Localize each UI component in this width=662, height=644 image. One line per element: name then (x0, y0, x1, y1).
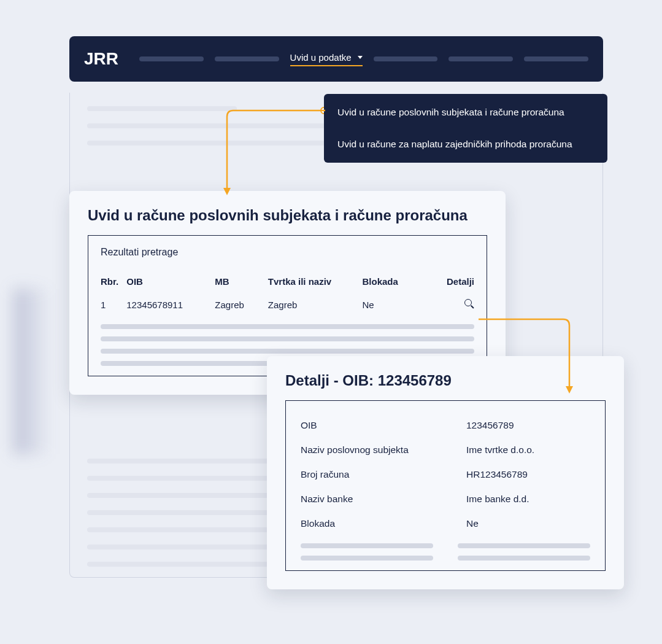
nav-item-placeholder[interactable] (448, 56, 513, 61)
nav-item-placeholder[interactable] (524, 56, 588, 61)
placeholder-line (458, 556, 590, 561)
dropdown-menu: Uvid u račune poslovnih subjekata i raču… (324, 94, 607, 163)
results-table: Rbr. OIB MB Tvrtka ili naziv Blokada Det… (101, 270, 474, 317)
details-value: Ne (466, 518, 590, 529)
dropdown-item[interactable]: Uvid u račune poslovnih subjekata i raču… (324, 96, 607, 128)
placeholder-row (301, 543, 590, 548)
details-row: OIB 123456789 (301, 413, 590, 438)
placeholder-line (458, 543, 590, 548)
results-subtitle: Rezultati pretrage (101, 247, 474, 258)
decorative-shadow (13, 289, 50, 454)
cell-oib: 12345678911 (126, 300, 215, 310)
placeholder-line (101, 324, 474, 329)
details-value: 123456789 (466, 420, 590, 431)
placeholder-line (101, 336, 474, 341)
details-label: Blokada (301, 518, 466, 529)
flow-arrow-2 (479, 319, 577, 402)
col-header-oib: OIB (126, 276, 215, 287)
details-row: Naziv poslovnog subjekta Ime tvrtke d.o.… (301, 438, 590, 462)
details-label: Naziv poslovnog subjekta (301, 444, 466, 456)
cell-blokada: Ne (362, 300, 439, 310)
placeholder-line (101, 349, 474, 354)
details-label: OIB (301, 420, 466, 431)
details-box: OIB 123456789 Naziv poslovnog subjekta I… (285, 400, 606, 571)
nav-item-placeholder[interactable] (374, 56, 438, 61)
nav-item-placeholder[interactable] (215, 56, 279, 61)
cell-detalji[interactable] (439, 299, 474, 311)
dropdown-item[interactable]: Uvid u račune za naplatu zajedničkih pri… (324, 128, 607, 160)
details-row: Naziv banke Ime banke d.d. (301, 487, 590, 511)
nav-item-placeholder[interactable] (139, 56, 204, 61)
placeholder-line (87, 106, 237, 111)
details-label: Naziv banke (301, 494, 466, 505)
details-row: Broj računa HR123456789 (301, 462, 590, 487)
placeholder-line (301, 543, 433, 548)
details-value: Ime tvrtke d.o.o. (466, 444, 590, 456)
placeholder-line (101, 361, 288, 366)
navbar: JRR Uvid u podatke (69, 36, 603, 82)
search-icon (464, 299, 474, 309)
results-box: Rezultati pretrage Rbr. OIB MB Tvrtka il… (88, 235, 487, 376)
details-label: Broj računa (301, 469, 466, 480)
placeholder-line (301, 556, 433, 561)
nav-item-active[interactable]: Uvid u podatke (290, 52, 363, 66)
cell-tvrtka: Zagreb (268, 300, 363, 310)
chevron-down-icon (358, 56, 363, 59)
cell-rbr: 1 (101, 300, 126, 310)
col-header-blokada: Blokada (362, 276, 439, 287)
flow-arrow-1 (227, 111, 331, 205)
details-value: Ime banke d.d. (466, 494, 590, 505)
col-header-rbr: Rbr. (101, 276, 126, 287)
col-header-detalji: Detalji (439, 276, 474, 287)
placeholder-row (301, 556, 590, 561)
table-header-row: Rbr. OIB MB Tvrtka ili naziv Blokada Det… (101, 270, 474, 293)
details-value: HR123456789 (466, 469, 590, 480)
nav-item-label: Uvid u podatke (290, 52, 352, 63)
col-header-tvrtka: Tvrtka ili naziv (268, 276, 363, 287)
cell-mb: Zagreb (215, 300, 267, 310)
table-row: 1 12345678911 Zagreb Zagreb Ne (101, 293, 474, 317)
details-row: Blokada Ne (301, 511, 590, 536)
col-header-mb: MB (215, 276, 267, 287)
results-title: Uvid u račune poslovnih subjekata i raču… (88, 207, 487, 224)
app-logo: JRR (84, 49, 118, 69)
